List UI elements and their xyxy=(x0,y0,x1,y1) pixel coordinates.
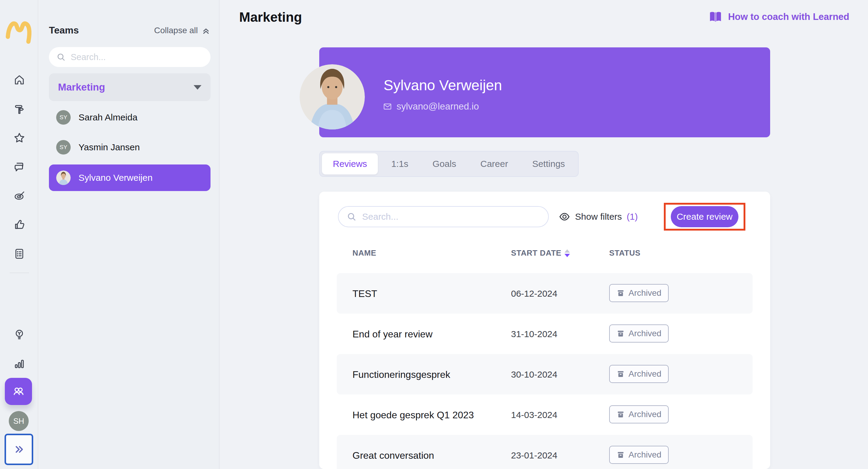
member-avatar: SY xyxy=(56,140,71,155)
reviews-search-input[interactable] xyxy=(362,211,540,222)
icon-rail: SH xyxy=(0,0,38,469)
member-item-sarah[interactable]: SY Sarah Almeida xyxy=(49,104,211,131)
how-to-coach-label: How to coach with Learned xyxy=(728,11,849,22)
member-avatar-initials: SY xyxy=(60,144,67,150)
tab-goals[interactable]: Goals xyxy=(422,153,467,174)
column-header-start-date[interactable]: START DATE xyxy=(511,248,570,258)
profile-email: sylvano@learned.io xyxy=(383,101,479,112)
review-start-date: 06-12-2024 xyxy=(511,289,557,299)
table-row[interactable]: Functioneringsgesprek 30-10-2024 Archive… xyxy=(337,354,753,395)
user-avatar[interactable]: SH xyxy=(9,411,29,431)
search-icon xyxy=(346,211,357,222)
member-photo-avatar xyxy=(56,170,71,185)
status-badge: Archived xyxy=(609,284,669,302)
expand-sidebar-button[interactable] xyxy=(4,434,33,465)
chevron-down-icon xyxy=(194,85,202,90)
teams-panel-title: Teams xyxy=(49,25,79,36)
profile-tabs: Reviews 1:1s Goals Career Settings xyxy=(319,151,579,177)
member-item-sylvano-selected[interactable]: Sylvano Verweijen xyxy=(49,165,211,191)
reviews-card: Show filters (1) Create review NAME STAR… xyxy=(319,192,770,469)
archive-icon xyxy=(616,410,625,418)
teams-search-input[interactable] xyxy=(71,52,203,62)
collapse-all-label: Collapse all xyxy=(154,26,198,35)
create-review-button[interactable]: Create review xyxy=(671,206,738,227)
status-badge: Archived xyxy=(609,405,669,424)
teams-panel: Teams Collapse all Marketing SY Sarah Al… xyxy=(39,0,220,469)
table-row[interactable]: TEST 06-12-2024 Archived xyxy=(337,273,753,313)
profile-email-text: sylvano@learned.io xyxy=(397,101,479,112)
star-icon[interactable] xyxy=(13,132,26,144)
app-screen: SH Teams Collapse all Marketing SY Sarah… xyxy=(0,0,868,469)
eye-icon xyxy=(559,211,570,223)
filter-count-badge: (1) xyxy=(627,211,638,222)
signpost-icon[interactable] xyxy=(13,103,26,115)
review-start-date: 30-10-2024 xyxy=(511,369,557,380)
review-start-date: 23-01-2024 xyxy=(511,450,557,461)
chat-icon[interactable] xyxy=(13,161,26,173)
table-row[interactable]: Het goede gesprek Q1 2023 14-03-2024 Arc… xyxy=(337,395,753,435)
home-icon[interactable] xyxy=(13,74,26,86)
member-name: Yasmin Jansen xyxy=(79,142,140,153)
table-row[interactable]: End of year review 31-10-2024 Archived xyxy=(337,313,753,354)
review-name: Het goede gesprek Q1 2023 xyxy=(352,409,474,421)
member-item-yasmin[interactable]: SY Yasmin Jansen xyxy=(49,134,211,161)
envelope-icon xyxy=(383,102,392,111)
rail-divider xyxy=(10,272,29,273)
goal-target-icon[interactable] xyxy=(13,190,26,202)
review-name: Great conversation xyxy=(352,450,434,461)
reviews-search xyxy=(338,206,549,227)
archive-icon xyxy=(616,450,625,459)
people-icon xyxy=(12,385,25,398)
tab-reviews[interactable]: Reviews xyxy=(322,153,378,174)
status-badge: Archived xyxy=(609,365,669,383)
show-filters-button[interactable]: Show filters (1) xyxy=(559,206,638,227)
double-chevron-right-icon xyxy=(13,443,25,456)
team-group-marketing[interactable]: Marketing xyxy=(49,73,211,101)
team-group-name: Marketing xyxy=(58,81,105,93)
learned-logo-icon[interactable] xyxy=(4,18,34,46)
review-name: End of year review xyxy=(352,329,433,340)
search-icon xyxy=(56,52,66,62)
member-name: Sylvano Verweijen xyxy=(79,173,153,183)
teams-search xyxy=(49,47,211,67)
review-start-date: 31-10-2024 xyxy=(511,329,557,339)
main-area: Marketing How to coach with Learned Sylv… xyxy=(220,0,868,469)
thumbs-up-icon[interactable] xyxy=(13,219,26,231)
tab-1-1s[interactable]: 1:1s xyxy=(380,153,419,174)
review-start-date: 14-03-2024 xyxy=(511,410,557,420)
profile-card: Sylvano Verweijen sylvano@learned.io xyxy=(319,47,770,137)
profile-photo-avatar xyxy=(300,64,365,130)
book-icon xyxy=(709,11,722,23)
profile-name: Sylvano Verweijen xyxy=(383,77,502,94)
checklist-icon[interactable] xyxy=(13,247,26,260)
tab-career[interactable]: Career xyxy=(469,153,519,174)
archive-icon xyxy=(616,370,625,378)
sidebar-item-teams[interactable] xyxy=(5,378,32,405)
show-filters-label: Show filters xyxy=(575,211,622,222)
member-avatar: SY xyxy=(56,110,71,125)
annotation-highlight: Create review xyxy=(664,203,745,231)
member-avatar-initials: SY xyxy=(60,114,67,121)
status-badge: Archived xyxy=(609,325,669,342)
sort-icon xyxy=(564,249,570,257)
collapse-all-button[interactable]: Collapse all xyxy=(154,26,211,35)
column-header-status: STATUS xyxy=(609,248,641,258)
user-avatar-initials: SH xyxy=(13,416,24,426)
member-name: Sarah Almeida xyxy=(79,112,137,123)
archive-icon xyxy=(616,289,625,297)
page-title: Marketing xyxy=(239,10,302,25)
double-chevron-up-icon xyxy=(202,26,211,35)
status-badge: Archived xyxy=(609,446,669,464)
review-name: TEST xyxy=(352,288,377,299)
bar-chart-icon[interactable] xyxy=(13,357,26,370)
archive-icon xyxy=(616,329,625,338)
tab-settings[interactable]: Settings xyxy=(521,153,576,174)
column-header-name: NAME xyxy=(352,248,376,258)
lightbulb-icon[interactable] xyxy=(13,328,26,341)
table-row[interactable]: Great conversation 23-01-2024 Archived xyxy=(337,435,753,469)
how-to-coach-link[interactable]: How to coach with Learned xyxy=(709,11,849,23)
review-name: Functioneringsgesprek xyxy=(352,369,450,380)
